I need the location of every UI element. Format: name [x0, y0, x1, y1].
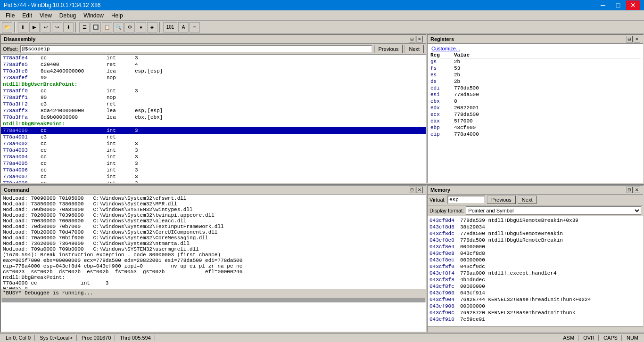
disasm-line[interactable]: 778a3ff1 90 nop [1, 94, 426, 101]
disasm-line[interactable]: 778a3fe5 c20400 ret 4 [1, 61, 426, 68]
toolbar-btn-5[interactable]: ⬇ [63, 22, 74, 33]
offset-input[interactable] [20, 45, 372, 53]
disasm-bytes: c20400 [41, 62, 107, 67]
disasm-line[interactable]: 778a4001 c3 ret [1, 134, 426, 140]
mem-format-row: Display format: Pointer and Symbol [428, 205, 643, 216]
mem-hscrollbar[interactable] [428, 326, 643, 332]
toolbar-btn-7[interactable]: 🔲 [91, 22, 101, 33]
minimize-button[interactable]: ─ [596, 0, 610, 10]
disasm-line[interactable]: 778a4005 cc int 3 [1, 160, 426, 167]
busy-msg: Debuggee is running... [25, 290, 93, 296]
reg-col-reg: Reg [430, 52, 454, 58]
reg-row[interactable]: gs 2b [429, 58, 641, 65]
mem-data: 778aa000 ntdll!_except_handler4 [460, 270, 557, 276]
memory-next-btn[interactable]: Next [518, 195, 537, 204]
registers-close-btn[interactable]: ✕ [634, 36, 640, 42]
toolbar-btn-8[interactable]: 📋 [102, 22, 112, 33]
disasm-content: 778a3fe4 cc int 3 778a3fe5 c20400 ret 4 … [1, 55, 426, 183]
disasm-line[interactable]: ntdll!DbgUserBreakPoint: [1, 81, 426, 88]
menu-file[interactable]: File [2, 11, 18, 20]
disasm-line[interactable]: 778a4003 cc int 3 [1, 147, 426, 154]
mem-line: 043cf8dc 778da500 ntdll!DbgUiRemoteBreak… [429, 230, 641, 237]
command-title: Command [4, 187, 29, 193]
toolbar-btn-11[interactable]: ♦ [136, 22, 146, 33]
memory-prev-btn[interactable]: Previous [487, 195, 516, 204]
reg-row[interactable]: edx 20822001 [429, 105, 641, 111]
reg-row[interactable]: fs 53 [429, 65, 641, 72]
mem-addr: 043cf8e8 [429, 251, 460, 256]
disasm-line[interactable]: 778a3fe8 8da42400000000 lea esp,[esp] [1, 68, 426, 74]
menu-view[interactable]: View [36, 11, 56, 20]
mem-data: 76a28720 KERNEL32!BaseThreadInitThunk [460, 310, 575, 316]
toolbar-btn-2[interactable]: ▶ [29, 22, 40, 33]
reg-row[interactable]: ecx 778da500 [429, 111, 641, 118]
prev-button[interactable]: Previous [374, 45, 403, 53]
disasm-line[interactable]: 778a4002 cc int 3 [1, 140, 426, 147]
disasm-line[interactable]: 778a3fe4 cc int 3 [1, 55, 426, 61]
memory-close-btn[interactable]: ✕ [634, 187, 640, 193]
disasm-bytes: 8d9b00000000 [41, 114, 107, 120]
disassembly-close-btn[interactable]: ✕ [416, 36, 423, 42]
toolbar-btn-6[interactable]: ☰ [79, 22, 90, 33]
disasm-line[interactable]: 778a3ffa 8d9b00000000 lea ebx,[ebx] [1, 114, 426, 121]
disasm-operands: 3 [135, 88, 138, 94]
disasm-addr: 778a3fe4 [3, 55, 41, 61]
close-button[interactable]: ✕ [626, 0, 640, 10]
next-button[interactable]: Next [405, 45, 424, 53]
toolbar-btn-12[interactable]: ◈ [147, 22, 157, 33]
memory-dock-btn[interactable]: ⊟ [626, 187, 633, 193]
reg-row[interactable]: eip 778a4000 [429, 131, 641, 138]
command-dock-btn[interactable]: ⊟ [409, 187, 415, 193]
reg-row[interactable]: esi 778da500 [429, 91, 641, 98]
toolbar-btn-10[interactable]: ⚙ [124, 22, 135, 33]
reg-row[interactable]: ebp 43cf900 [429, 124, 641, 131]
registers-dock-btn[interactable]: ⊟ [626, 36, 633, 42]
disasm-bytes: cc [41, 128, 107, 133]
menu-debug[interactable]: Debug [56, 11, 80, 20]
disasm-line[interactable]: 778a4004 cc int 3 [1, 154, 426, 160]
display-format-select[interactable]: Pointer and Symbol [466, 206, 641, 215]
disassembly-dock-btn[interactable]: ⊟ [409, 36, 415, 42]
toolbar-btn-4[interactable]: ↪ [52, 22, 62, 33]
menu-edit[interactable]: Edit [18, 11, 36, 20]
disasm-bytes: cc [41, 154, 107, 160]
disasm-mnemonic: int [107, 128, 135, 133]
cmd-scrollbar[interactable] [1, 297, 426, 302]
menu-help[interactable]: Help [107, 11, 127, 20]
disasm-line[interactable]: 778a4006 cc int 3 [1, 167, 426, 173]
disasm-line[interactable]: 778a4007 cc int 3 [1, 173, 426, 180]
status-proc: Proc 001670 [78, 335, 115, 341]
mem-line: 043cf90c 76a28720 KERNEL32!BaseThreadIni… [429, 309, 641, 316]
reg-row[interactable]: ebx 0 [429, 98, 641, 105]
toolbar-btn-14[interactable]: A [178, 22, 189, 33]
disasm-operands: esp,[esp] [135, 108, 163, 114]
toolbar-open[interactable]: 📂 [2, 22, 12, 33]
disasm-bytes: c3 [41, 134, 107, 140]
mem-line: 043cf8ec 00000000 [429, 257, 641, 263]
toolbar-btn-13[interactable]: 101 [163, 22, 177, 33]
disasm-line[interactable]: 778a3ff0 cc int 3 [1, 88, 426, 94]
menu-window[interactable]: Window [80, 11, 107, 20]
reg-row[interactable]: eax 5f7000 [429, 118, 641, 124]
disasm-line[interactable]: 778a3fef 90 nop [1, 74, 426, 81]
disasm-line[interactable]: 778a3ff2 c3 ret [1, 101, 426, 107]
mem-addr: 043cf8d4 [429, 218, 460, 223]
disasm-addr: 778a3ff3 [3, 108, 41, 114]
disasm-line[interactable]: 778a3ff3 8da42400000000 lea esp,[esp] [1, 107, 426, 114]
reg-value: 778a4000 [454, 131, 640, 137]
disasm-line[interactable]: 778a4008 cc int 3 [1, 180, 426, 183]
reg-row[interactable]: ds 2b [429, 78, 641, 85]
reg-row[interactable]: edi 778da500 [429, 85, 641, 91]
disasm-line[interactable]: 778a4000 cc int 3 [1, 127, 426, 134]
mem-toolbar: Virtual: Previous Next [428, 195, 643, 205]
toolbar-btn-3[interactable]: ↩ [41, 22, 51, 33]
reg-row[interactable]: es 2b [429, 72, 641, 78]
maximize-button[interactable]: □ [611, 0, 625, 10]
command-close-btn[interactable]: ✕ [416, 187, 423, 193]
virtual-input[interactable] [447, 195, 485, 204]
toolbar-btn-15[interactable]: ≡ [190, 22, 200, 33]
toolbar-btn-1[interactable]: ⏸ [18, 22, 28, 33]
toolbar-btn-9[interactable]: 🔍 [113, 22, 124, 33]
customize-link[interactable]: Customize... [429, 45, 641, 52]
disasm-line[interactable]: ntdll!DbgBreakPoint: [1, 121, 426, 127]
